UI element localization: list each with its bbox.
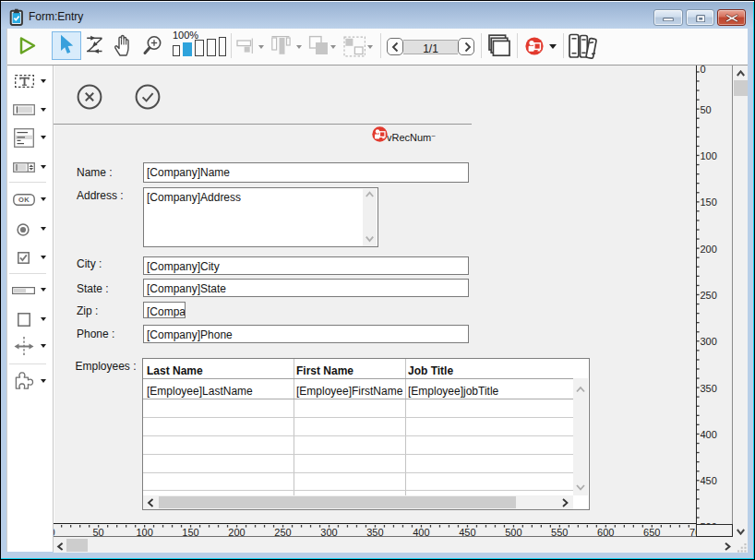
svg-text:OK: OK — [18, 196, 30, 204]
